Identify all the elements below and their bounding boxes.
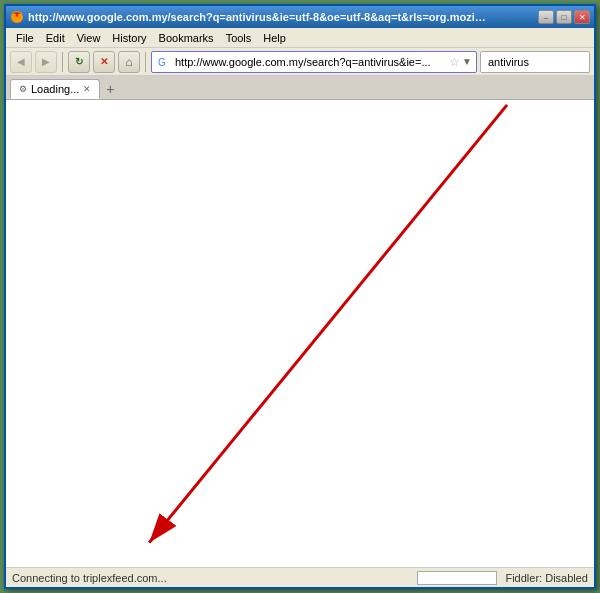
minimize-button[interactable]: –: [538, 10, 554, 24]
menu-edit[interactable]: Edit: [40, 30, 71, 46]
svg-text:G: G: [158, 57, 166, 68]
nav-separator-2: [145, 52, 146, 72]
status-bar: Connecting to triplexfeed.com... Fiddler…: [6, 567, 594, 587]
forward-button[interactable]: ▶: [35, 51, 57, 73]
address-bar[interactable]: G ☆ ▼: [151, 51, 477, 73]
address-input[interactable]: [175, 56, 447, 68]
menu-help[interactable]: Help: [257, 30, 292, 46]
nav-bar: ◀ ▶ ↻ ✕ ⌂ G ☆ ▼ G 🔍: [6, 48, 594, 76]
menu-history[interactable]: History: [106, 30, 152, 46]
title-bar-left: http://www.google.com.my/search?q=antivi…: [10, 10, 488, 24]
status-text: Connecting to triplexfeed.com...: [12, 572, 409, 584]
tab-loading-icon: ⚙: [19, 84, 27, 94]
home-button[interactable]: ⌂: [118, 51, 140, 73]
firefox-icon: [10, 10, 24, 24]
stop-button[interactable]: ✕: [93, 51, 115, 73]
status-search-box[interactable]: [417, 571, 497, 585]
menu-bookmarks[interactable]: Bookmarks: [153, 30, 220, 46]
menu-file[interactable]: File: [10, 30, 40, 46]
fiddler-status: Fiddler: Disabled: [505, 572, 588, 584]
address-favicon: G: [156, 54, 172, 70]
refresh-button[interactable]: ↻: [68, 51, 90, 73]
content-area: [6, 100, 594, 567]
title-bar-buttons: – □ ✕: [538, 10, 590, 24]
search-input[interactable]: [488, 56, 600, 68]
maximize-button[interactable]: □: [556, 10, 572, 24]
red-arrow-overlay: [6, 100, 594, 567]
address-dropdown-icon[interactable]: ▼: [462, 56, 472, 67]
tab-bar: ⚙ Loading... ✕ +: [6, 76, 594, 100]
svg-line-6: [149, 105, 507, 543]
new-tab-button[interactable]: +: [100, 79, 120, 99]
nav-separator-1: [62, 52, 63, 72]
bookmark-star-icon[interactable]: ☆: [449, 55, 460, 69]
menu-tools[interactable]: Tools: [220, 30, 258, 46]
close-button[interactable]: ✕: [574, 10, 590, 24]
title-bar: http://www.google.com.my/search?q=antivi…: [6, 6, 594, 28]
search-bar[interactable]: G 🔍: [480, 51, 590, 73]
browser-window: http://www.google.com.my/search?q=antivi…: [4, 4, 596, 589]
active-tab[interactable]: ⚙ Loading... ✕: [10, 79, 100, 99]
title-bar-text: http://www.google.com.my/search?q=antivi…: [28, 11, 488, 23]
tab-label: Loading...: [31, 83, 79, 95]
tab-close-button[interactable]: ✕: [83, 84, 91, 94]
menu-bar: File Edit View History Bookmarks Tools H…: [6, 28, 594, 48]
menu-view[interactable]: View: [71, 30, 107, 46]
back-button[interactable]: ◀: [10, 51, 32, 73]
